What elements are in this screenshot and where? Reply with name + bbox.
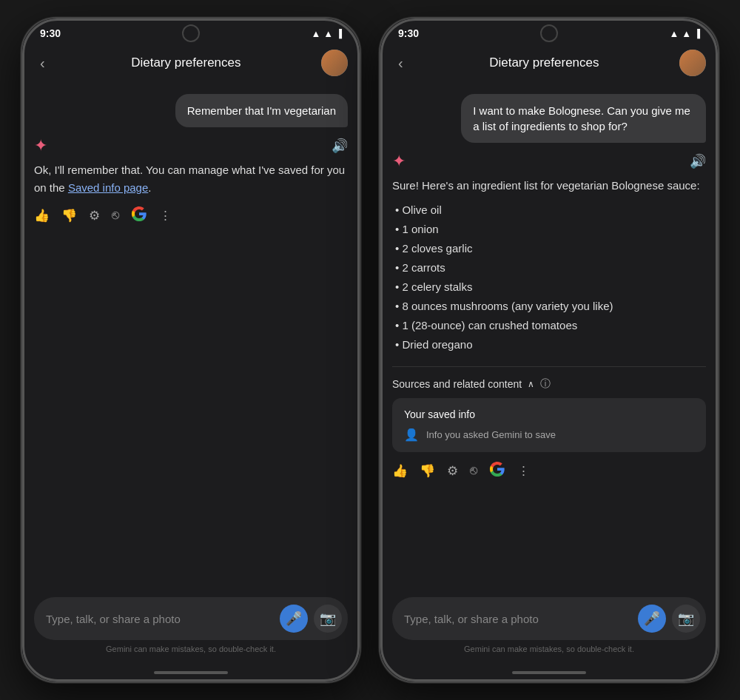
- input-area-2: Type, talk, or share a photo 🎤 📷 Gemini …: [380, 588, 718, 667]
- share-icon-2[interactable]: ⎋: [470, 463, 477, 478]
- home-bar-1: [154, 671, 228, 674]
- avatar-image-2: [679, 50, 706, 76]
- input-row-1: Type, talk, or share a photo 🎤 📷: [34, 597, 348, 640]
- list-item: 2 celery stalks: [395, 277, 706, 297]
- status-icons-1: ▲ ▲ ▐: [311, 28, 342, 39]
- ai-intro-2: Sure! Here's an ingredient list for vege…: [392, 177, 706, 195]
- thumbup-icon-1[interactable]: 👍: [34, 208, 50, 223]
- ai-header-row-2: ✦ 🔊: [392, 152, 706, 171]
- mic-button-2[interactable]: 🎤: [638, 605, 666, 633]
- back-button-1[interactable]: ‹: [34, 52, 51, 75]
- saved-info-card-2: Your saved info 👤 Info you asked Gemini …: [392, 398, 706, 452]
- share-icon-1[interactable]: ⎋: [112, 208, 119, 223]
- list-item: 2 cloves garlic: [395, 239, 706, 258]
- speaker-icon-1[interactable]: 🔊: [332, 138, 348, 154]
- saved-info-link-1[interactable]: Saved info page: [68, 181, 148, 194]
- ai-intro-text-2: Sure! Here's an ingredient list for vege…: [392, 179, 700, 192]
- phone-1: 9:30 ▲ ▲ ▐ ‹ Dietary preferences Remembe…: [21, 17, 361, 683]
- more-icon-1[interactable]: ⋮: [159, 208, 172, 223]
- google-icon-1[interactable]: [131, 206, 147, 225]
- signal-icon-1: ▲: [311, 28, 320, 39]
- signal-icon-2: ▲: [669, 28, 679, 39]
- saved-info-text-2: Info you asked Gemini to save: [426, 429, 556, 440]
- more-icon-2[interactable]: ⋮: [517, 463, 530, 479]
- avatar-2[interactable]: [679, 50, 706, 76]
- battery-icon-2: ▐: [694, 29, 700, 38]
- status-bar-2: 9:30 ▲ ▲ ▐: [380, 18, 718, 44]
- home-bar-2: [512, 671, 586, 674]
- filter-icon-2[interactable]: ⚙: [447, 463, 458, 479]
- mic-button-1[interactable]: 🎤: [280, 605, 308, 633]
- input-placeholder-1[interactable]: Type, talk, or share a photo: [46, 613, 274, 625]
- disclaimer-2: Gemini can make mistakes, so double-chec…: [392, 640, 706, 661]
- avatar-image-1: [321, 50, 348, 76]
- input-area-1: Type, talk, or share a photo 🎤 📷 Gemini …: [22, 588, 360, 667]
- wifi-icon-2: ▲: [682, 28, 691, 39]
- gemini-star-1: ✦: [34, 136, 47, 155]
- wifi-icon-1: ▲: [323, 28, 333, 39]
- speaker-icon-2[interactable]: 🔊: [690, 153, 706, 169]
- battery-icon-1: ▐: [336, 29, 342, 38]
- ai-response-1: ✦ 🔊 Ok, I'll remember that. You can mana…: [34, 136, 348, 228]
- input-placeholder-2[interactable]: Type, talk, or share a photo: [404, 613, 632, 625]
- page-title-2: Dietary preferences: [409, 55, 679, 70]
- status-icons-2: ▲ ▲ ▐: [669, 28, 700, 39]
- google-icon-2[interactable]: [489, 461, 505, 480]
- disclaimer-1: Gemini can make mistakes, so double-chec…: [34, 640, 348, 661]
- saved-info-title-2: Your saved info: [404, 408, 694, 420]
- user-message-2: I want to make Bolognese. Can you give m…: [461, 94, 706, 143]
- input-row-2: Type, talk, or share a photo 🎤 📷: [392, 597, 706, 640]
- action-bar-2: 👍 👎 ⚙ ⎋ ⋮: [392, 458, 706, 483]
- sources-divider: [392, 366, 706, 367]
- sources-label-2: Sources and related content: [392, 378, 522, 390]
- user-message-1: Remember that I'm vegetarian: [175, 94, 348, 127]
- notch-2: [540, 24, 558, 42]
- thumbup-icon-2[interactable]: 👍: [392, 463, 408, 479]
- header-2: ‹ Dietary preferences: [380, 44, 718, 85]
- phone-2: 9:30 ▲ ▲ ▐ ‹ Dietary preferences I want …: [379, 17, 719, 683]
- sources-section-2: Sources and related content ∧ ⓘ Your sav…: [392, 363, 706, 452]
- list-item: 1 onion: [395, 220, 706, 239]
- ai-text-after-link-1: .: [148, 181, 151, 194]
- back-button-2[interactable]: ‹: [392, 52, 409, 75]
- header-1: ‹ Dietary preferences: [22, 44, 360, 85]
- ingredient-list-2: Olive oil 1 onion 2 cloves garlic 2 carr…: [392, 201, 706, 354]
- notch-1: [182, 24, 200, 42]
- chat-area-1: Remember that I'm vegetarian ✦ 🔊 Ok, I'l…: [22, 85, 360, 588]
- page-title-1: Dietary preferences: [51, 55, 321, 70]
- avatar-1[interactable]: [321, 50, 348, 76]
- phones-container: 9:30 ▲ ▲ ▐ ‹ Dietary preferences Remembe…: [21, 17, 719, 683]
- ai-header-row-1: ✦ 🔊: [34, 136, 348, 155]
- thumbdown-icon-2[interactable]: 👎: [420, 463, 435, 479]
- info-icon-2[interactable]: ⓘ: [540, 377, 551, 391]
- list-item: Olive oil: [395, 201, 706, 220]
- list-item: 2 carrots: [395, 258, 706, 277]
- home-indicator-1: [22, 667, 360, 682]
- status-bar-1: 9:30 ▲ ▲ ▐: [22, 18, 360, 44]
- chat-area-2: I want to make Bolognese. Can you give m…: [380, 85, 718, 588]
- chevron-up-icon-2: ∧: [528, 379, 534, 389]
- action-bar-1: 👍 👎 ⚙ ⎋ ⋮: [34, 203, 348, 228]
- thumbdown-icon-1[interactable]: 👎: [61, 208, 77, 223]
- list-item: 1 (28-ounce) can crushed tomatoes: [395, 316, 706, 335]
- sources-header-2[interactable]: Sources and related content ∧ ⓘ: [392, 377, 706, 391]
- time-1: 9:30: [40, 27, 61, 39]
- saved-info-row-2: 👤 Info you asked Gemini to save: [404, 428, 694, 442]
- ai-response-2: ✦ 🔊 Sure! Here's an ingredient list for …: [392, 152, 706, 483]
- time-2: 9:30: [398, 27, 419, 39]
- filter-icon-1[interactable]: ⚙: [89, 208, 100, 223]
- gemini-star-2: ✦: [392, 152, 406, 171]
- person-icon-2: 👤: [404, 428, 419, 442]
- list-item: 8 ounces mushrooms (any variety you like…: [395, 297, 706, 316]
- ai-text-1: Ok, I'll remember that. You can manage w…: [34, 161, 348, 197]
- list-item: Dried oregano: [395, 335, 706, 354]
- camera-button-1[interactable]: 📷: [314, 605, 342, 633]
- camera-button-2[interactable]: 📷: [672, 605, 700, 633]
- home-indicator-2: [380, 667, 718, 682]
